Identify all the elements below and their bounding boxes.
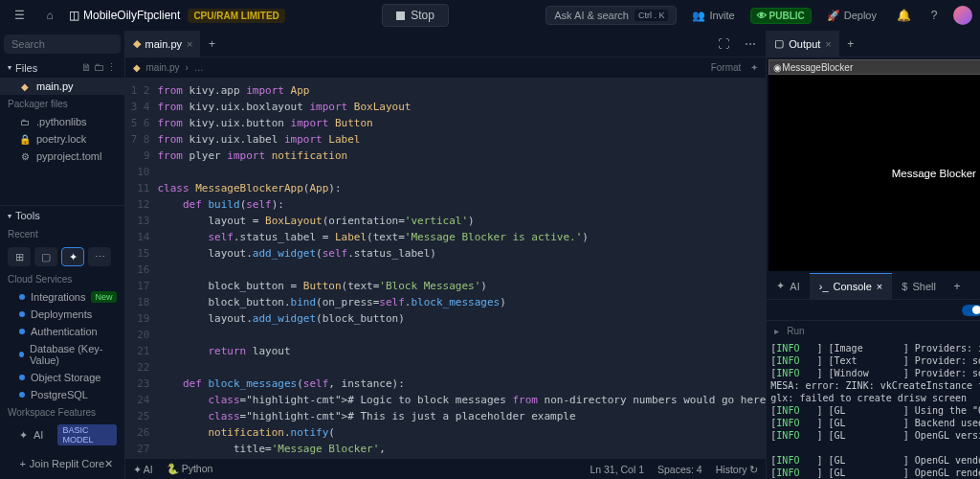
home-icon[interactable]: ⌂ [38,4,61,27]
workspace-ai[interactable]: ✦AI BASIC MODEL [0,422,124,448]
expand-icon[interactable]: ⛶ [712,33,735,56]
ai-icon: ✦ [776,280,785,292]
rocket-icon: 🚀 [827,10,840,22]
app-canvas[interactable]: Message Blocker is active. [768,75,980,271]
close-icon[interactable]: × [877,281,882,292]
tool-ai[interactable]: ✦ [61,247,84,266]
ai-button[interactable]: ✦ [750,62,758,73]
sidebar: Search ▾ Files 🗎 🗀 ⋮ ◆ main.py Packager … [0,31,125,479]
python-file-icon: ◆ [19,80,31,92]
project-name[interactable]: ◫ MobileOilyFtpclient [69,9,180,22]
tab-ai[interactable]: ✦AI [767,273,809,300]
file-main-py[interactable]: ◆ main.py [0,78,124,95]
recent-label: Recent [0,225,124,243]
console-pane: ✦AI ›_Console× $Shell + ◫ ⛶ ⋯ Show Only … [767,273,980,479]
tab-output[interactable]: ▢ Output × [767,31,838,57]
deploy-button[interactable]: 🚀 Deploy [819,7,884,25]
status-lang[interactable]: 🐍 Python [167,463,213,475]
line-gutter: 1 2 3 4 5 6 7 8 9 10 11 12 13 14 15 16 1… [125,79,158,458]
monitor-icon: ▢ [774,37,784,50]
tab-more-icon[interactable]: ⋯ [739,33,762,56]
python-file-icon: ◆ [133,62,141,73]
status-cursor[interactable]: Ln 31, Col 1 [590,464,644,475]
ai-icon: ✦ [19,429,28,442]
tool-more[interactable]: ⋯ [88,247,111,266]
files-header[interactable]: ▾ Files 🗎 🗀 ⋮ [0,57,124,78]
service-postgresql[interactable]: PostgreSQL [0,386,124,403]
service-object-storage[interactable]: Object Storage [0,369,124,386]
tool-all[interactable]: ⊞ [8,247,31,266]
workspace-features-label: Workspace Features [0,403,124,422]
search-input[interactable]: Search [4,34,121,54]
code-content[interactable]: from kivy.app import Appfrom kivy.uix.bo… [158,79,767,458]
service-database[interactable]: Database (Key-Value) [0,340,124,369]
app-titlebar: ◉ MessageBlocker [768,59,980,75]
status-bar: ✦ AI 🐍 Python Ln 31, Col 1 Spaces: 4 His… [125,458,767,479]
console-log[interactable]: [INFO ] [Image ] Providers: img_tex, img… [767,340,980,479]
breadcrumb: ◆ main.py ›… Format ✦ [125,57,767,79]
tool-preview[interactable]: ▢ [34,247,57,266]
run-label: Run [787,326,804,336]
close-icon[interactable]: × [187,38,192,50]
python-file-icon: ◆ [133,37,141,50]
gear-icon: ⚙ [19,150,31,162]
cube-icon: ◫ [69,9,79,22]
format-button[interactable]: Format [711,62,742,73]
status-ai[interactable]: ✦ AI [133,464,153,475]
close-icon[interactable]: ✕ [104,458,113,470]
public-badge[interactable]: 👁 PUBLIC [750,8,812,24]
service-integrations[interactable]: IntegrationsNew [0,288,124,306]
file-pyproject[interactable]: ⚙ pyproject.toml [0,148,124,165]
packager-header: Packager files [0,95,124,113]
show-only-latest-toggle[interactable] [962,305,980,316]
join-replit-core-button[interactable]: + Join Replit Core ✕ [4,452,121,475]
invite-button[interactable]: 👥 Invite [684,7,742,25]
status-spaces[interactable]: Spaces: 4 [657,464,702,475]
tab-shell[interactable]: $Shell [892,273,946,300]
kivy-icon: ◉ [773,62,782,73]
editor-pane: ◆ main.py × + ⛶ ⋯ ◆ main.py ›… Format ✦ [125,31,767,479]
lock-icon: 🔒 [19,133,31,145]
help-icon[interactable]: ? [923,4,946,27]
chevron-down-icon: ▾ [8,212,11,220]
new-file-icon[interactable]: 🗎 [81,61,92,74]
output-tab-bar: ▢ Output × + ⛶ ⋯ [767,31,980,57]
cloud-services-label: Cloud Services [0,270,124,288]
new-folder-icon[interactable]: 🗀 [94,61,104,74]
stop-button[interactable]: Stop [382,4,449,27]
file-poetry-lock[interactable]: 🔒 poetry.lock [0,130,124,148]
file-pythonlibs[interactable]: 🗀 .pythonlibs [0,113,124,130]
tab-console[interactable]: ›_Console× [810,273,893,300]
ask-ai-search[interactable]: Ask AI & search Ctrl . K [546,6,677,25]
folder-icon: 🗀 [19,116,31,127]
new-tab-button[interactable]: + [200,33,223,56]
tools-header[interactable]: ▾ Tools [0,206,124,225]
menu-icon[interactable]: ☰ [8,4,31,27]
new-tab-button[interactable]: + [946,275,969,298]
editor-tab-bar: ◆ main.py × + ⛶ ⋯ [125,31,767,57]
new-tab-button[interactable]: + [839,33,862,56]
user-plus-icon: 👥 [692,10,705,22]
status-history[interactable]: History ↻ [716,464,759,475]
bell-icon[interactable]: 🔔 [892,4,915,27]
output-view: ◉ MessageBlocker Message Blocker is acti… [767,57,980,273]
code-editor[interactable]: 1 2 3 4 5 6 7 8 9 10 11 12 13 14 15 16 1… [125,79,767,458]
service-authentication[interactable]: Authentication [0,323,124,340]
top-bar: ☰ ⌂ ◫ MobileOilyFtpclient CPU/RAM LIMITE… [0,0,980,31]
eye-icon: 👁 [757,11,767,21]
chevron-down-icon: ▾ [8,63,11,72]
cpu-ram-badge[interactable]: CPU/RAM LIMITED [188,9,284,23]
service-deployments[interactable]: Deployments [0,306,124,323]
shell-icon: $ [902,281,907,292]
close-icon[interactable]: × [825,38,831,50]
tab-main-py[interactable]: ◆ main.py × [125,31,201,57]
more-icon[interactable]: ⋮ [106,61,117,74]
console-icon: ›_ [819,281,829,292]
plus-icon: + [19,458,25,469]
avatar[interactable] [953,6,972,25]
stop-icon [396,11,405,20]
